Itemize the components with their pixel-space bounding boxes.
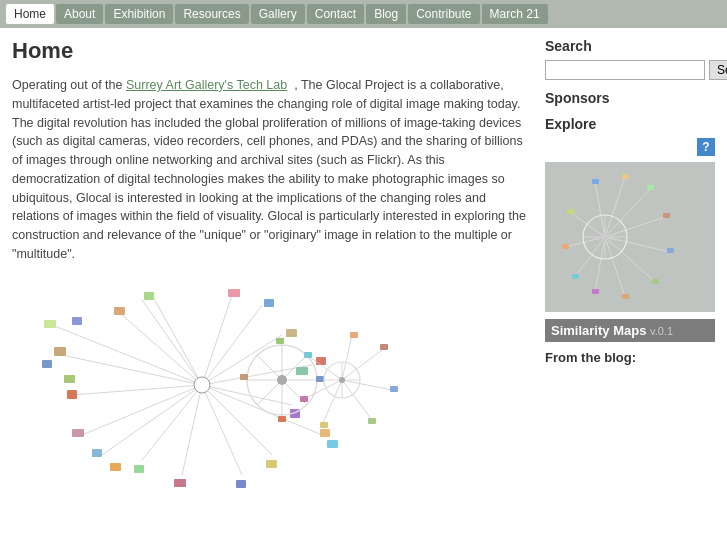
svg-line-4 [122, 315, 202, 385]
nav-item-exhibition[interactable]: Exhibition [105, 4, 173, 24]
svg-line-78 [595, 182, 605, 237]
svg-rect-90 [572, 274, 579, 279]
svg-line-6 [152, 295, 202, 385]
nav-item-home[interactable]: Home [6, 4, 54, 24]
from-blog-title: From the blog: [545, 350, 715, 365]
svg-rect-31 [316, 357, 326, 365]
svg-line-53 [342, 380, 392, 390]
svg-line-0 [62, 355, 202, 385]
svg-point-41 [194, 377, 210, 393]
svg-line-7 [202, 295, 232, 385]
svg-rect-35 [144, 292, 154, 300]
help-icon[interactable]: ? [697, 138, 715, 156]
svg-rect-51 [278, 416, 286, 422]
svg-line-8 [202, 305, 262, 385]
svg-rect-67 [300, 396, 308, 402]
page-layout: Home Operating out of the Surrey Art Gal… [0, 28, 727, 500]
sponsors-section-title: Sponsors [545, 90, 715, 106]
svg-rect-66 [320, 422, 328, 428]
nav-item-contact[interactable]: Contact [307, 4, 364, 24]
svg-point-84 [601, 233, 609, 241]
svg-rect-93 [592, 179, 599, 184]
svg-rect-85 [663, 213, 670, 218]
svg-rect-26 [174, 479, 186, 487]
svg-rect-20 [64, 375, 75, 383]
search-section-title: Search [545, 38, 715, 54]
svg-rect-32 [286, 329, 297, 337]
nav-item-blog[interactable]: Blog [366, 4, 406, 24]
nav-item-march-21[interactable]: March 21 [482, 4, 548, 24]
svg-rect-49 [316, 376, 324, 382]
svg-line-12 [202, 385, 242, 475]
svg-line-10 [202, 385, 292, 405]
svg-rect-27 [236, 480, 246, 488]
svg-line-74 [595, 237, 605, 292]
svg-line-79 [605, 177, 625, 237]
nav-item-gallery[interactable]: Gallery [251, 4, 305, 24]
svg-rect-88 [622, 294, 629, 299]
sidebar-visualization: Similarity Maps v.0.1 [545, 162, 715, 342]
svg-rect-40 [327, 440, 338, 448]
svg-point-62 [339, 377, 345, 383]
svg-rect-94 [622, 174, 629, 179]
svg-line-71 [605, 237, 670, 252]
svg-rect-64 [390, 386, 398, 392]
svg-rect-63 [380, 344, 388, 350]
svg-rect-68 [304, 352, 312, 358]
svg-rect-48 [240, 374, 248, 380]
nav-item-about[interactable]: About [56, 4, 103, 24]
nav-item-resources[interactable]: Resources [175, 4, 248, 24]
svg-rect-38 [44, 320, 56, 328]
viz-svg [12, 280, 432, 490]
page-title: Home [12, 38, 529, 64]
network-visualization [12, 280, 529, 490]
surrey-art-gallery-link[interactable]: Surrey Art Gallery's Tech Lab [126, 78, 287, 92]
svg-line-13 [182, 385, 202, 475]
search-form: Search [545, 60, 715, 80]
svg-rect-87 [652, 279, 659, 284]
svg-line-11 [202, 385, 272, 455]
svg-rect-18 [54, 347, 66, 356]
main-body-text: Operating out of the Surrey Art Gallery'… [12, 76, 529, 264]
svg-line-5 [142, 300, 202, 385]
svg-line-16 [202, 385, 322, 435]
svg-rect-28 [266, 460, 277, 468]
search-input[interactable] [545, 60, 705, 80]
svg-rect-92 [567, 209, 574, 214]
sidebar: Search Search Sponsors Explore ? [545, 38, 715, 490]
svg-rect-69 [350, 332, 358, 338]
svg-line-54 [342, 380, 372, 420]
main-content: Home Operating out of the Surrey Art Gal… [12, 38, 529, 490]
svg-rect-23 [92, 449, 102, 457]
svg-rect-19 [42, 360, 52, 368]
svg-rect-30 [296, 367, 308, 375]
svg-line-14 [142, 385, 202, 460]
svg-rect-24 [110, 463, 121, 471]
svg-rect-89 [592, 289, 599, 294]
search-button[interactable]: Search [709, 60, 727, 80]
svg-rect-22 [72, 429, 84, 437]
svg-rect-50 [276, 338, 284, 344]
explore-section-title: Explore [545, 116, 715, 132]
similarity-maps-label: Similarity Maps v.0.1 [545, 319, 715, 342]
svg-point-47 [277, 375, 287, 385]
svg-rect-34 [228, 289, 240, 297]
svg-rect-86 [667, 248, 674, 253]
svg-rect-37 [72, 317, 82, 325]
svg-rect-36 [114, 307, 125, 315]
navigation: HomeAboutExhibitionResourcesGalleryConta… [0, 0, 727, 28]
nav-item-contribute[interactable]: Contribute [408, 4, 479, 24]
svg-rect-65 [368, 418, 376, 424]
svg-rect-21 [67, 390, 77, 399]
svg-rect-39 [320, 429, 330, 437]
svg-rect-25 [134, 465, 144, 473]
svg-rect-91 [562, 244, 569, 249]
svg-rect-95 [647, 185, 654, 190]
sidebar-viz-svg [545, 162, 715, 312]
svg-rect-33 [264, 299, 274, 307]
similarity-maps-version: v.0.1 [650, 325, 673, 337]
